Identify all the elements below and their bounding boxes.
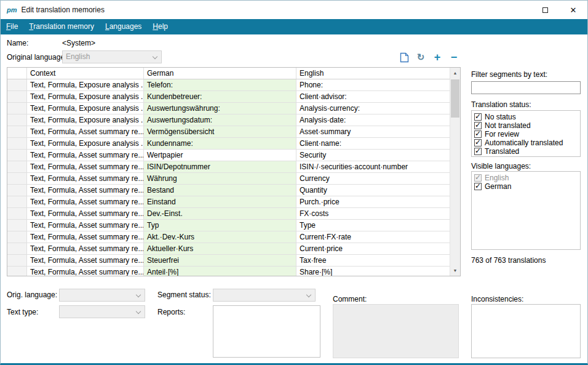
row-selector[interactable] bbox=[7, 185, 27, 196]
table-row[interactable]: Text, Formula, Exposure analysis ...Ausw… bbox=[7, 103, 460, 114]
context-cell[interactable]: Text, Formula, Asset summary re... bbox=[27, 185, 144, 196]
table-row[interactable]: Text, Formula, Asset summary re...Wertpa… bbox=[7, 150, 460, 161]
english-cell[interactable]: Quantity bbox=[296, 185, 451, 196]
german-cell[interactable]: Wertpapier bbox=[144, 150, 296, 161]
context-cell[interactable]: Text, Formula, Asset summary re... bbox=[27, 220, 144, 231]
scroll-down-icon[interactable]: ▼ bbox=[450, 265, 460, 276]
english-cell[interactable]: Client·advisor: bbox=[296, 91, 451, 103]
english-cell[interactable]: Current·price bbox=[296, 243, 451, 255]
table-row[interactable]: Text, Formula, Asset summary re...Vermög… bbox=[7, 126, 460, 138]
remove-icon[interactable]: − bbox=[448, 52, 459, 63]
table-row[interactable]: Text, Formula, Asset summary re...Akt.·D… bbox=[7, 231, 460, 243]
context-cell[interactable]: Text, Formula, Asset summary re... bbox=[27, 126, 144, 138]
table-row[interactable]: Text, Formula, Asset summary re...Bestan… bbox=[7, 185, 460, 196]
context-cell[interactable]: Text, Formula, Asset summary re... bbox=[27, 161, 144, 173]
row-selector[interactable] bbox=[7, 79, 27, 91]
row-selector[interactable] bbox=[7, 173, 27, 185]
context-cell[interactable]: Text, Formula, Exposure analysis ... bbox=[27, 91, 144, 103]
row-selector[interactable] bbox=[7, 231, 27, 243]
german-cell[interactable]: Kundenbetreuer: bbox=[144, 91, 296, 103]
checkbox[interactable]: ✓ bbox=[474, 183, 482, 190]
table-row[interactable]: Text, Formula, Exposure analysis ...Kund… bbox=[7, 91, 460, 103]
context-cell[interactable]: Text, Formula, Asset summary re... bbox=[27, 196, 144, 208]
german-cell[interactable]: Steuerfrei bbox=[144, 255, 296, 267]
maximize-button[interactable] bbox=[531, 1, 559, 19]
context-cell[interactable]: Text, Formula, Asset summary re... bbox=[27, 208, 144, 220]
context-cell[interactable]: Text, Formula, Asset summary re... bbox=[27, 173, 144, 185]
table-row[interactable]: Text, Formula, Asset summary re...Anteil… bbox=[7, 267, 460, 276]
english-cell[interactable]: Analysis·currency: bbox=[296, 103, 451, 114]
table-row[interactable]: Text, Formula, Exposure analysis ...Tele… bbox=[7, 79, 460, 91]
german-cell[interactable]: Einstand bbox=[144, 196, 296, 208]
english-cell[interactable]: Security bbox=[296, 150, 451, 161]
context-cell[interactable]: Text, Formula, Exposure analysis ... bbox=[27, 79, 144, 91]
checkbox[interactable]: ✓ bbox=[474, 148, 482, 155]
table-row[interactable]: Text, Formula, Exposure analysis ...Ausw… bbox=[7, 114, 460, 126]
scroll-up-icon[interactable]: ▲ bbox=[450, 68, 460, 78]
english-cell[interactable]: Type bbox=[296, 220, 451, 231]
status-not-translated[interactable]: ✓Not translated bbox=[474, 121, 580, 130]
english-cell[interactable]: ISIN·/·securities·account·number bbox=[296, 161, 451, 173]
english-cell[interactable]: Share·[%] bbox=[296, 267, 451, 276]
german-cell[interactable]: Kundenname: bbox=[144, 138, 296, 150]
english-cell[interactable]: Client·name: bbox=[296, 138, 451, 150]
row-selector[interactable] bbox=[7, 243, 27, 255]
row-selector[interactable] bbox=[7, 91, 27, 103]
english-cell[interactable]: Currency bbox=[296, 173, 451, 185]
english-cell[interactable]: Asset·summary bbox=[296, 126, 451, 138]
header-german[interactable]: German bbox=[144, 68, 296, 79]
menu-translation-memory[interactable]: Translation memory bbox=[23, 19, 100, 34]
checkbox[interactable]: ✓ bbox=[474, 130, 482, 138]
status-for-review[interactable]: ✓For review bbox=[474, 130, 580, 138]
english-cell[interactable]: Phone: bbox=[296, 79, 451, 91]
row-selector[interactable] bbox=[7, 138, 27, 150]
status-translated[interactable]: ✓Translated bbox=[474, 147, 580, 156]
german-cell[interactable]: Bestand bbox=[144, 185, 296, 196]
row-selector[interactable] bbox=[7, 150, 27, 161]
scrollbar-thumb[interactable] bbox=[451, 79, 459, 118]
german-cell[interactable]: Typ bbox=[144, 220, 296, 231]
german-cell[interactable]: Anteil·[%] bbox=[144, 267, 296, 276]
context-cell[interactable]: Text, Formula, Exposure analysis ... bbox=[27, 138, 144, 150]
vertical-scrollbar[interactable]: ▲ ▼ bbox=[450, 68, 460, 276]
language-german[interactable]: ✓German bbox=[474, 182, 580, 191]
context-cell[interactable]: Text, Formula, Exposure analysis ... bbox=[27, 114, 144, 126]
refresh-icon[interactable]: ↻ bbox=[415, 52, 426, 63]
german-cell[interactable]: Auswertungswährung: bbox=[144, 103, 296, 114]
row-selector[interactable] bbox=[7, 255, 27, 267]
menu-languages[interactable]: Languages bbox=[100, 19, 147, 34]
row-selector[interactable] bbox=[7, 208, 27, 220]
english-cell[interactable]: Analysis·date: bbox=[296, 114, 451, 126]
context-cell[interactable]: Text, Formula, Asset summary re... bbox=[27, 231, 144, 243]
checkbox[interactable]: ✓ bbox=[474, 139, 482, 146]
german-cell[interactable]: Telefon: bbox=[144, 79, 296, 91]
table-row[interactable]: Text, Formula, Asset summary re...Aktuel… bbox=[7, 243, 460, 255]
table-row[interactable]: Text, Formula, Exposure analysis ...Kund… bbox=[7, 138, 460, 150]
row-selector[interactable] bbox=[7, 103, 27, 114]
add-icon[interactable]: + bbox=[432, 52, 443, 63]
row-selector[interactable] bbox=[7, 161, 27, 173]
status-automatically-translated[interactable]: ✓Automatically translated bbox=[474, 138, 580, 147]
checkbox[interactable]: ✓ bbox=[474, 122, 482, 129]
english-cell[interactable]: Current·FX·rate bbox=[296, 231, 451, 243]
menu-file[interactable]: File bbox=[1, 19, 23, 34]
filter-input[interactable] bbox=[471, 81, 581, 94]
inconsistencies-box[interactable] bbox=[471, 304, 581, 358]
english-cell[interactable]: Tax·free bbox=[296, 255, 451, 267]
german-cell[interactable]: Akt.·Dev.-Kurs bbox=[144, 231, 296, 243]
english-cell[interactable]: Purch.·price bbox=[296, 196, 451, 208]
row-selector[interactable] bbox=[7, 126, 27, 138]
german-cell[interactable]: Auswertungsdatum: bbox=[144, 114, 296, 126]
row-selector[interactable] bbox=[7, 267, 27, 276]
checkbox[interactable]: ✓ bbox=[474, 113, 482, 121]
reports-list[interactable] bbox=[213, 305, 320, 358]
header-english[interactable]: English bbox=[296, 68, 451, 79]
table-row[interactable]: Text, Formula, Asset summary re...TypTyp… bbox=[7, 220, 460, 231]
table-row[interactable]: Text, Formula, Asset summary re...ISIN/D… bbox=[7, 161, 460, 173]
context-cell[interactable]: Text, Formula, Exposure analysis ... bbox=[27, 103, 144, 114]
add-document-icon[interactable] bbox=[399, 52, 410, 63]
row-selector[interactable] bbox=[7, 196, 27, 208]
german-cell[interactable]: Währung bbox=[144, 173, 296, 185]
row-selector[interactable] bbox=[7, 220, 27, 231]
table-row[interactable]: Text, Formula, Asset summary re...Dev.-E… bbox=[7, 208, 460, 220]
